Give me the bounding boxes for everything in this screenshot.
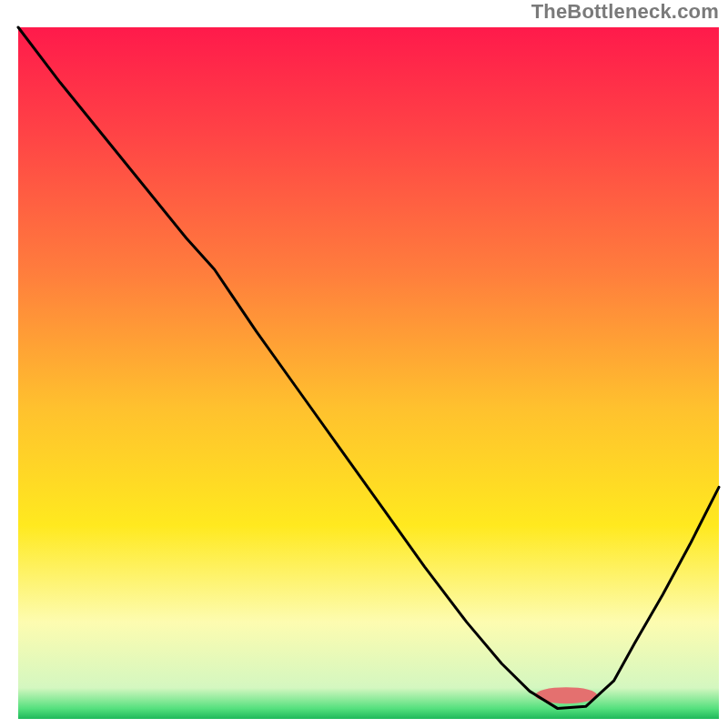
chart-svg: [0, 0, 728, 728]
watermark-text: TheBottleneck.com: [531, 0, 719, 24]
plot-background: [18, 27, 719, 719]
chart-stage: TheBottleneck.com: [0, 0, 728, 728]
